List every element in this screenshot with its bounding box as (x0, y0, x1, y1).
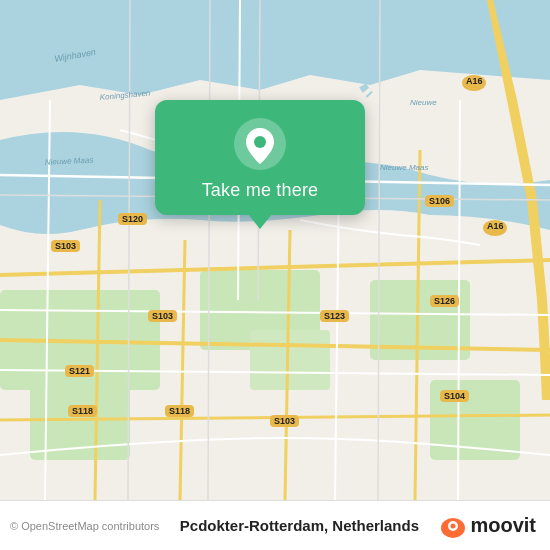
svg-text:Nieuwe: Nieuwe (410, 98, 437, 107)
svg-point-36 (451, 523, 456, 528)
svg-rect-4 (250, 330, 330, 390)
badge-s103a: S103 (51, 240, 80, 252)
popup-card: Take me there (155, 100, 365, 215)
badge-s121: S121 (65, 365, 94, 377)
badge-s103c: S103 (270, 415, 299, 427)
badge-s126: S126 (430, 295, 459, 307)
badge-s120: S120 (118, 213, 147, 225)
badge-s118b: S118 (165, 405, 194, 417)
badge-s118a: S118 (68, 405, 97, 417)
footer-bar: © OpenStreetMap contributors Pcdokter-Ro… (0, 500, 550, 550)
map-container: Wijnhaven Koningshaven Nieuwe Maas Nieuw… (0, 0, 550, 500)
moovit-text: moovit (470, 514, 536, 537)
moovit-logo: moovit (439, 512, 536, 540)
badge-a16b: A16 (483, 220, 507, 236)
location-pin-icon (234, 118, 286, 170)
badge-s106: S106 (425, 195, 454, 207)
badge-s123: S123 (320, 310, 349, 322)
take-me-there-button[interactable]: Take me there (202, 180, 319, 201)
svg-point-33 (254, 136, 266, 148)
footer-left: © OpenStreetMap contributors (10, 520, 159, 532)
footer-center: Pcdokter-Rotterdam, Netherlands (180, 517, 419, 535)
osm-attribution: © OpenStreetMap contributors (10, 520, 159, 532)
badge-a16: A16 (462, 75, 486, 91)
badge-s104: S104 (440, 390, 469, 402)
svg-text:Nieuwe Maas: Nieuwe Maas (380, 163, 428, 172)
moovit-icon (439, 512, 467, 540)
badge-s103b: S103 (148, 310, 177, 322)
location-title: Pcdokter-Rotterdam, Netherlands (180, 517, 419, 534)
